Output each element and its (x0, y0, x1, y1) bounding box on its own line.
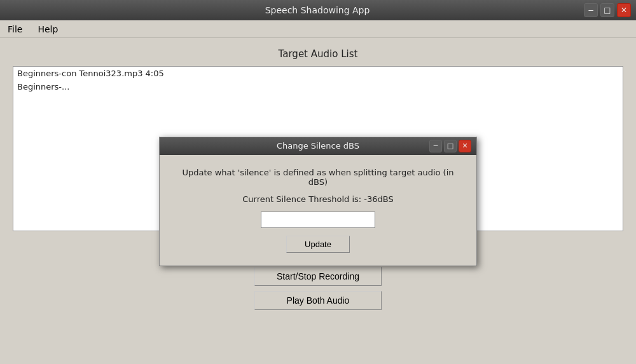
dialog-title: Change Silence dBS (207, 141, 429, 151)
dialog-description: Update what 'silence' is defined as when… (175, 168, 461, 187)
menu-item-help[interactable]: Help (34, 23, 62, 36)
dialog-current-threshold: Current Silence Threshold is: -36dBS (242, 194, 393, 204)
menu-item-file[interactable]: File (4, 23, 26, 36)
menu-bar: File Help (0, 20, 636, 38)
title-bar: Speech Shadowing App − □ ✕ (0, 0, 636, 20)
main-content: Target Audio List Beginners-con Tennoi32… (0, 38, 636, 364)
dialog-title-bar: Change Silence dBS − □ ✕ (160, 137, 476, 155)
dialog-controls: − □ ✕ (429, 140, 471, 152)
title-bar-controls: − □ ✕ (584, 3, 631, 17)
start-stop-recording-button[interactable]: Start/Stop Recording (254, 267, 382, 286)
dialog-minimize-button[interactable]: − (429, 140, 442, 152)
close-button[interactable]: ✕ (617, 3, 631, 17)
minimize-button[interactable]: − (584, 3, 598, 17)
list-item: Beginners-con Tennoi323.mp3 4:05 (13, 67, 623, 80)
list-item: Beginners-... (13, 80, 623, 93)
app-title: Speech Shadowing App (51, 5, 584, 15)
dialog-update-button[interactable]: Update (286, 236, 350, 253)
audio-list-title: Target Audio List (279, 48, 358, 60)
play-both-audio-button[interactable]: Play Both Audio (254, 291, 382, 310)
silence-threshold-input[interactable] (261, 212, 375, 228)
dialog-maximize-button[interactable]: □ (444, 140, 457, 152)
dialog-close-button[interactable]: ✕ (459, 140, 471, 152)
maximize-button[interactable]: □ (600, 3, 614, 17)
change-silence-dialog: Change Silence dBS − □ ✕ Update what 'si… (159, 137, 477, 266)
dialog-body: Update what 'silence' is defined as when… (160, 155, 476, 266)
